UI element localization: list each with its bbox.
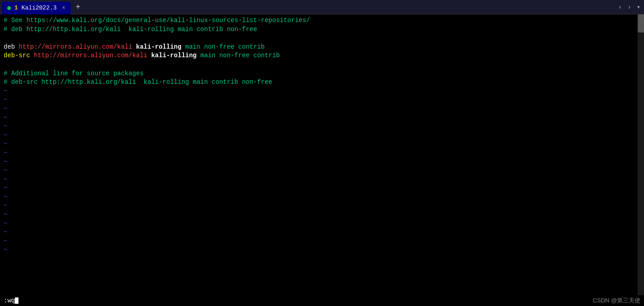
tilde-10: ~ [4,166,640,175]
tilde-15: ~ [4,210,640,219]
tilde-16: ~ [4,219,640,228]
vim-command-text: :wq [4,297,15,304]
tab-add-button[interactable]: + [73,2,83,13]
tab-nav-left[interactable]: ‹ [617,3,624,12]
tab-name: Kali2022.3 [22,5,57,11]
terminal-tab[interactable]: 1 Kali2022.3 × [2,2,71,14]
tilde-5: ~ [4,122,640,131]
url-aliyun-2: http://mirrors.aliyun.com/kali [34,52,147,59]
line-5: deb-src http://mirrors.aliyun.com/kali k… [4,51,640,60]
tilde-17: ~ [4,228,640,237]
line-4: deb http://mirrors.aliyun.com/kali kali-… [4,43,640,52]
watermark-text: CSDN @第三天使 [593,297,640,305]
tilde-19: ~ [4,246,640,255]
kali-rolling-1: kali-rolling [136,43,181,50]
tab-nav-menu[interactable]: ▾ [635,2,642,12]
tab-number: 1 [14,5,18,11]
line-7: # Additional line for source packages [4,69,640,78]
tilde-11: ~ [4,175,640,184]
tilde-7: ~ [4,140,640,149]
tab-nav-right-arrow[interactable]: › [626,3,633,12]
url-aliyun-1: http://mirrors.aliyun.com/kali [19,43,132,50]
tilde-3: ~ [4,105,640,114]
tilde-8: ~ [4,149,640,158]
line-8: # deb-src http://http.kali.org/kali kali… [4,78,640,87]
vim-cursor [15,297,18,304]
tilde-13: ~ [4,193,640,202]
kali-rolling-2: kali-rolling [151,52,197,59]
terminal-window: 1 Kali2022.3 × + ‹ › ▾ # See https://www… [0,0,644,306]
line-1: # See https://www.kali.org/docs/general-… [4,16,640,25]
tilde-6: ~ [4,131,640,140]
packages-1: main non-free contrib [181,43,265,50]
tab-close-button[interactable]: × [62,5,65,11]
line-3 [4,34,640,43]
scrollbar-thumb[interactable] [638,14,644,32]
line-6 [4,60,640,69]
tilde-18: ~ [4,237,640,246]
terminal-content[interactable]: # See https://www.kali.org/docs/general-… [0,14,644,295]
packages-2: main non-free contrib [197,52,280,59]
tab-status-dot [7,6,11,10]
tab-bar: 1 Kali2022.3 × + ‹ › ▾ [0,0,644,14]
tilde-12: ~ [4,184,640,193]
vim-command-input: :wq [4,297,18,304]
line-2: # deb http://http.kali.org/kali kali-rol… [4,25,640,34]
tilde-14: ~ [4,201,640,210]
tilde-1: ~ [4,87,640,96]
tab-nav-controls: ‹ › ▾ [617,2,642,12]
tilde-9: ~ [4,158,640,167]
status-bar: :wq CSDN @第三天使 [0,295,644,306]
tilde-4: ~ [4,114,640,123]
tilde-2: ~ [4,96,640,105]
scrollbar[interactable] [638,14,644,295]
